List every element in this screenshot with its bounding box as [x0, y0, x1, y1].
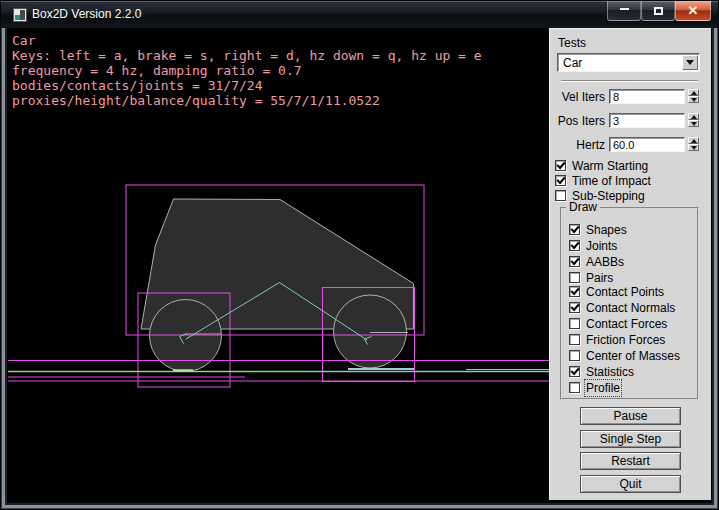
- checkbox-label: Shapes: [586, 223, 627, 237]
- checkbox-icon[interactable]: [569, 302, 580, 313]
- checkbox-label: Center of Masses: [586, 349, 680, 363]
- checkbox-label: Warm Starting: [572, 159, 648, 173]
- minimize-icon: [620, 7, 629, 10]
- vel-iters-input[interactable]: [609, 89, 685, 104]
- chevron-down-icon: [686, 60, 694, 65]
- draw-group-label: Draw: [566, 200, 600, 214]
- control-panel: Tests Car Vel Iters Pos Iters Hertz: [549, 28, 711, 500]
- app-window: Box2D Version 2.2.0 ✕: [0, 0, 719, 510]
- checkbox-label: Profile: [586, 381, 620, 395]
- spin-up-icon[interactable]: [688, 89, 699, 96]
- titlebar[interactable]: Box2D Version 2.2.0 ✕: [1, 1, 718, 28]
- checkbox-icon[interactable]: [569, 240, 580, 251]
- stat-line-test-name: Car: [12, 33, 35, 48]
- single-step-button[interactable]: Single Step: [580, 430, 681, 448]
- checkbox-icon[interactable]: [569, 224, 580, 235]
- checkbox-label: Pairs: [586, 271, 613, 285]
- tests-label: Tests: [558, 36, 586, 50]
- window-controls: ✕: [607, 1, 711, 21]
- checkbox-icon[interactable]: [569, 382, 580, 393]
- maximize-button[interactable]: [641, 1, 675, 21]
- close-icon: ✕: [688, 4, 699, 17]
- stat-line-keys: Keys: left = a, brake = s, right = d, hz…: [12, 48, 482, 63]
- spin-down-icon[interactable]: [688, 120, 699, 127]
- app-icon: [13, 8, 27, 22]
- checkbox-icon[interactable]: [569, 366, 580, 377]
- stat-line-proxies: proxies/height/balance/quality = 55/7/1/…: [12, 93, 380, 108]
- pos-iters-label: Pos Iters: [550, 114, 605, 128]
- checkbox-icon[interactable]: [555, 175, 566, 186]
- checkbox-icon[interactable]: [569, 318, 580, 329]
- debug-statistics-text: Car Keys: left = a, brake = s, right = d…: [12, 33, 482, 108]
- checkbox-icon[interactable]: [555, 190, 566, 201]
- checkbox-icon[interactable]: [569, 272, 580, 283]
- stat-line-frequency: frequency = 4 hz, damping ratio = 0.7: [12, 63, 302, 78]
- spin-up-icon[interactable]: [688, 137, 699, 144]
- simulation-canvas[interactable]: Car Keys: left = a, brake = s, right = d…: [8, 28, 549, 500]
- pos-iters-input[interactable]: [609, 113, 685, 128]
- checkbox-label: Contact Points: [586, 285, 664, 299]
- right-wheel-shape: [334, 295, 407, 368]
- maximize-icon: [654, 7, 663, 15]
- vel-iters-row: Vel Iters: [550, 89, 712, 104]
- vel-iters-label: Vel Iters: [550, 90, 605, 104]
- tests-dropdown-button[interactable]: [682, 55, 698, 70]
- tests-dropdown-value: Car: [563, 56, 582, 70]
- checkbox-label: Joints: [586, 239, 617, 253]
- tests-dropdown[interactable]: Car: [557, 53, 700, 72]
- checkbox-label: Contact Forces: [586, 317, 667, 331]
- checkbox-icon[interactable]: [569, 334, 580, 345]
- hertz-label: Hertz: [550, 138, 605, 152]
- checkbox-label: AABBs: [586, 255, 624, 269]
- spin-up-icon[interactable]: [688, 113, 699, 120]
- spin-down-icon[interactable]: [688, 96, 699, 103]
- stat-line-bodies: bodies/contacts/joints = 31/7/24: [12, 78, 262, 93]
- quit-button[interactable]: Quit: [580, 475, 681, 493]
- checkbox-label: Friction Forces: [586, 333, 665, 347]
- separator: [561, 80, 698, 82]
- pause-button[interactable]: Pause: [580, 407, 681, 425]
- checkbox-icon[interactable]: [569, 256, 580, 267]
- checkbox-icon[interactable]: [569, 286, 580, 297]
- checkbox-label: Time of Impact: [572, 174, 651, 188]
- checkbox-label: Contact Normals: [586, 301, 675, 315]
- spin-down-icon[interactable]: [688, 144, 699, 151]
- checkbox-icon[interactable]: [569, 350, 580, 361]
- checkbox-label: Statistics: [586, 365, 634, 379]
- checkbox-icon[interactable]: [555, 160, 566, 171]
- hertz-stepper[interactable]: [688, 137, 699, 152]
- pos-iters-row: Pos Iters: [550, 113, 712, 128]
- minimize-button[interactable]: [607, 1, 641, 21]
- pos-iters-stepper[interactable]: [688, 113, 699, 128]
- hertz-row: Hertz: [550, 137, 712, 152]
- close-button[interactable]: ✕: [675, 1, 711, 21]
- vel-iters-stepper[interactable]: [688, 89, 699, 104]
- hertz-input[interactable]: [609, 137, 685, 152]
- restart-button[interactable]: Restart: [580, 452, 681, 470]
- window-title: Box2D Version 2.2.0: [32, 7, 141, 21]
